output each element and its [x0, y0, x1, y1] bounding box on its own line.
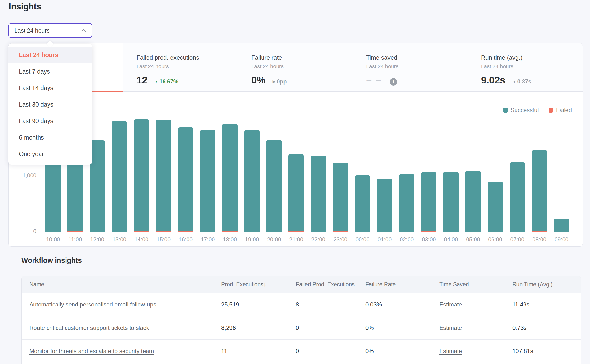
gridline-0: [38, 232, 573, 232]
delta-down-badge: ▼16.67%: [155, 78, 178, 85]
bar-10:00[interactable]: [45, 161, 61, 232]
col-header-failed-prod-executions[interactable]: Failed Prod. Executions: [296, 281, 365, 288]
bar-06:00[interactable]: [488, 182, 503, 232]
bar-03:00[interactable]: [421, 172, 436, 232]
period-select-value: Last 24 hours: [14, 27, 81, 34]
tab-title: Failure rate: [251, 54, 353, 61]
info-icon[interactable]: i: [390, 78, 397, 86]
tab-title: Run time (avg.): [481, 54, 583, 61]
workflow-link[interactable]: Monitor for threats and escalate to secu…: [29, 348, 154, 354]
bar-15:00[interactable]: [156, 120, 171, 232]
bar-00:00[interactable]: [355, 175, 370, 232]
bar-21:00[interactable]: [288, 154, 304, 232]
estimate-link[interactable]: Estimate: [439, 324, 462, 331]
tab-failure-rate[interactable]: Failure rate Last 24 hours 0% ▶0pp: [238, 43, 353, 92]
bar-slot: [484, 182, 506, 232]
period-dropdown-menu: Last 24 hours Last 7 days Last 14 days L…: [8, 44, 92, 165]
x-tick-label: 19:00: [241, 236, 263, 243]
x-tick-label: 08:00: [528, 236, 550, 243]
x-axis-labels: 10:0011:0012:0013:0014:0015:0016:0017:00…: [42, 236, 573, 243]
estimate-link[interactable]: Estimate: [439, 301, 462, 308]
triangle-right-icon: ▶: [273, 79, 276, 83]
bar-failed-segment: [222, 231, 238, 232]
bar-slot: [329, 163, 352, 232]
bar-slot: [418, 172, 440, 232]
col-header-prod-executions[interactable]: Prod. Executions↓: [221, 281, 296, 288]
x-tick-label: 01:00: [374, 236, 396, 243]
bar-failed-segment: [134, 231, 149, 232]
bar-17:00[interactable]: [200, 130, 215, 232]
prod-executions-value: 8,296: [221, 324, 236, 331]
workflow-insights-heading: Workflow insights: [21, 256, 82, 265]
table-row: Monitor for threats and escalate to secu…: [22, 340, 581, 363]
option-last-7-days[interactable]: Last 7 days: [8, 63, 92, 80]
x-tick-label: 00:00: [352, 236, 374, 243]
bar-16:00[interactable]: [178, 127, 193, 232]
bar-slot: [42, 161, 64, 232]
option-last-30-days[interactable]: Last 30 days: [8, 96, 92, 113]
bar-slot: [219, 124, 241, 232]
y-tick-label: 0: [9, 228, 36, 235]
bar-01:00[interactable]: [377, 179, 392, 232]
tab-value: – –: [366, 74, 381, 86]
executions-bar-chart: Successful Failed 1,000 0 10:0011:0012:0…: [9, 92, 583, 246]
bar-13:00[interactable]: [112, 121, 127, 232]
option-last-14-days[interactable]: Last 14 days: [8, 80, 92, 96]
estimate-link[interactable]: Estimate: [439, 348, 462, 354]
col-header-failure-rate[interactable]: Failure Rate: [365, 281, 439, 288]
failure-rate-value: 0%: [365, 348, 374, 354]
tab-failed-prod-executions[interactable]: Failed prod. executions Last 24 hours 12…: [123, 43, 238, 92]
bar-slot: [263, 140, 285, 232]
option-6-months[interactable]: 6 months: [8, 129, 92, 146]
bar-05:00[interactable]: [465, 171, 481, 232]
bar-19:00[interactable]: [244, 130, 260, 232]
x-tick-label: 18:00: [219, 236, 241, 243]
option-one-year[interactable]: One year: [8, 146, 92, 162]
bar-failed-segment: [421, 231, 436, 232]
option-last-24-hours[interactable]: Last 24 hours: [8, 47, 92, 63]
x-tick-label: 12:00: [86, 236, 108, 243]
bar-08:00[interactable]: [532, 150, 547, 232]
period-select[interactable]: Last 24 hours: [8, 23, 92, 38]
workflow-link[interactable]: Automatically send personalised email fo…: [29, 301, 156, 308]
bar-20:00[interactable]: [266, 140, 282, 232]
bar-failed-segment: [67, 231, 83, 232]
bar-14:00[interactable]: [134, 119, 149, 232]
bar-18:00[interactable]: [222, 124, 238, 232]
bar-failed-segment: [333, 231, 348, 232]
tab-run-time[interactable]: Run time (avg.) Last 24 hours 9.02s ▼0.3…: [468, 43, 583, 92]
bar-02:00[interactable]: [399, 174, 414, 232]
option-last-90-days[interactable]: Last 90 days: [8, 113, 92, 129]
x-tick-label: 05:00: [462, 236, 484, 243]
bar-07:00[interactable]: [510, 162, 525, 232]
bar-22:00[interactable]: [311, 156, 326, 232]
tab-subtitle: Last 24 hours: [136, 63, 238, 70]
col-header-run-time[interactable]: Run Time (Avg.): [512, 281, 581, 288]
table-row: Route critical customer support tickets …: [22, 316, 581, 340]
run-time-value: 11.49s: [512, 301, 529, 308]
tab-time-saved[interactable]: Time saved Last 24 hours – – i: [353, 43, 468, 92]
x-tick-label: 11:00: [64, 236, 86, 243]
bar-09:00[interactable]: [554, 219, 569, 232]
chevron-up-icon: [81, 27, 87, 34]
table-header-row: Name Prod. Executions↓ Failed Prod. Exec…: [22, 276, 581, 293]
bar-slot: [374, 179, 396, 232]
failed-executions-value: 0: [296, 348, 299, 354]
bar-11:00[interactable]: [67, 161, 83, 232]
x-tick-label: 07:00: [506, 236, 528, 243]
y-tick: [38, 232, 42, 232]
bar-23:00[interactable]: [333, 163, 348, 232]
x-tick-label: 06:00: [484, 236, 506, 243]
bar-04:00[interactable]: [443, 172, 459, 232]
workflow-link[interactable]: Route critical customer support tickets …: [29, 324, 149, 331]
run-time-value: 107.81s: [512, 348, 533, 354]
bar-slot: [506, 162, 528, 232]
col-header-time-saved[interactable]: Time Saved: [439, 281, 512, 288]
bar-slot: [440, 172, 462, 232]
failure-rate-value: 0.03%: [365, 301, 382, 308]
summary-tabs: Failed prod. executions Last 24 hours 12…: [9, 43, 583, 92]
bar-slot: [175, 127, 197, 232]
tab-title: Time saved: [366, 54, 468, 61]
col-header-name[interactable]: Name: [22, 281, 221, 288]
bar-slot: [285, 154, 307, 232]
